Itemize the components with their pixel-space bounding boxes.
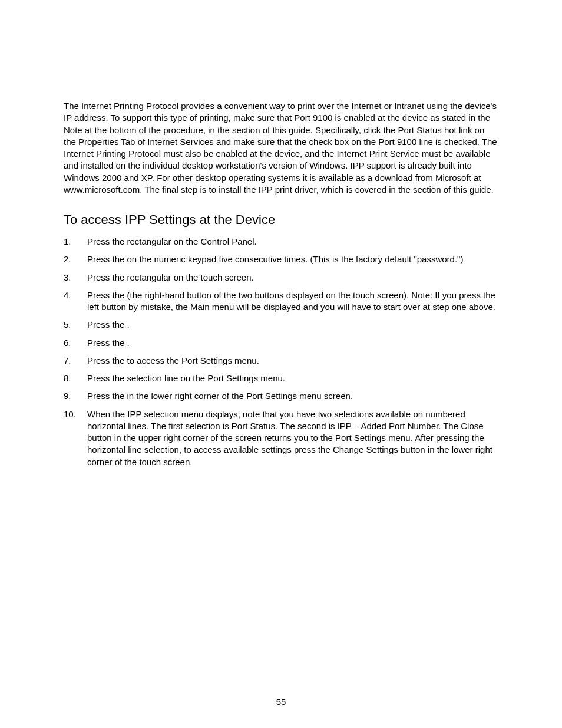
step-text: Press the . <box>87 338 130 348</box>
step-text: Press the . <box>87 319 130 330</box>
step-item: 7.Press the to access the Port Settings … <box>64 355 498 367</box>
step-item: 10.When the IPP selection menu displays,… <box>64 409 498 468</box>
step-text: When the IPP selection menu displays, no… <box>87 409 492 467</box>
step-number: 9. <box>64 390 81 402</box>
step-item: 5.Press the . <box>64 319 498 331</box>
step-number: 1. <box>64 236 81 248</box>
step-number: 6. <box>64 337 81 349</box>
step-item: 9.Press the in the lower right corner of… <box>64 390 498 402</box>
step-item: 4.Press the (the right-hand button of th… <box>64 289 498 314</box>
intro-paragraph: The Internet Printing Protocol provides … <box>64 100 498 196</box>
section-heading: To access IPP Settings at the Device <box>64 212 498 228</box>
step-text: Press the in the lower right corner of t… <box>87 391 353 401</box>
step-number: 3. <box>64 272 81 284</box>
step-item: 2.Press the on the numeric keypad five c… <box>64 253 498 265</box>
step-number: 5. <box>64 319 81 331</box>
step-item: 6.Press the . <box>64 337 498 349</box>
page-number: 55 <box>276 697 286 707</box>
steps-list: 1.Press the rectangular on the Control P… <box>64 236 498 468</box>
step-number: 4. <box>64 289 81 301</box>
step-number: 7. <box>64 355 81 367</box>
step-number: 10. <box>64 409 81 420</box>
step-text: Press the on the numeric keypad five con… <box>87 254 463 264</box>
step-text: Press the to access the Port Settings me… <box>87 355 259 365</box>
step-number: 8. <box>64 373 81 384</box>
step-text: Press the selection line on the Port Set… <box>87 373 285 383</box>
step-text: Press the rectangular on the touch scree… <box>87 272 254 282</box>
step-text: Press the (the right-hand button of the … <box>87 290 495 312</box>
step-item: 1.Press the rectangular on the Control P… <box>64 236 498 248</box>
step-number: 2. <box>64 253 81 265</box>
step-text: Press the rectangular on the Control Pan… <box>87 236 257 246</box>
step-item: 8.Press the selection line on the Port S… <box>64 373 498 384</box>
step-item: 3.Press the rectangular on the touch scr… <box>64 272 498 284</box>
